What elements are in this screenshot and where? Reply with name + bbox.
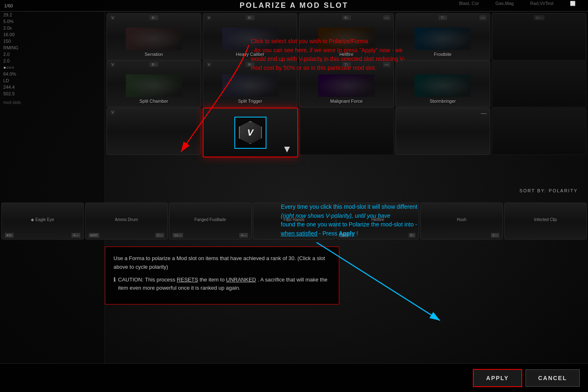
maximize-icon[interactable]: ⬜	[570, 1, 576, 6]
caution-text2: the item to	[199, 277, 226, 283]
riven-val2: 2.0	[3, 58, 9, 63]
serration-label: Serration	[143, 52, 165, 57]
mod-card-split-chamber[interactable]: V 8↑ Split Chamber	[106, 60, 201, 107]
infected-clip-img: Infected Clip	[534, 203, 557, 236]
blue-line1: Every time you click this mod-slot it wi…	[281, 203, 507, 212]
stats-bar: 1/60 POLARIZE A MOD SLOT Blast, Cor Gas,…	[0, 0, 588, 12]
stat-row-rming: RMING	[0, 44, 104, 51]
caution-label: CAUTION:	[118, 277, 144, 283]
rank-frostbite: —	[479, 15, 486, 20]
crit-val: 5.0%	[3, 19, 14, 24]
apply-button[interactable]: APPLY	[473, 369, 522, 387]
accuracy-val: 64.0%	[3, 71, 16, 76]
ld-label: LD	[3, 78, 9, 83]
mod-card-fanged[interactable]: 11— 4— Fanged Fusillade	[169, 203, 252, 240]
stat-row-fire: 16.00	[0, 31, 104, 38]
mod-card-minus[interactable]: —	[396, 108, 490, 155]
damage-val: 29.2	[3, 12, 12, 17]
info-box: Use a Forma to polarize a Mod slot on it…	[105, 247, 339, 304]
eagle-eye-cost: 4—	[72, 233, 80, 238]
fire-val: 16.00	[3, 32, 15, 37]
polarity-empty-v: V	[110, 110, 115, 115]
stat-row-riven2: 2.0	[0, 58, 104, 64]
stat-row-accuracy: 64.0%	[0, 71, 104, 77]
stat-row-mastery: 150	[0, 38, 104, 44]
info-icon: ℹ	[113, 276, 116, 284]
stat-row-riven1: 2.0	[0, 51, 104, 58]
blue-exclaim: !	[357, 230, 358, 237]
red-annotation-line1: Click to select slot you wish to Polariz…	[251, 37, 506, 46]
rank-stat: 1/60	[4, 3, 13, 8]
stat-row-mult: 2.0x	[0, 25, 104, 31]
stat-row-ld: LD	[0, 77, 104, 84]
rank-split-chamber: 8↑	[149, 62, 158, 67]
malignant-name: Malignant Force	[329, 99, 364, 104]
rming-label: RMING	[3, 45, 19, 50]
rank-empty-1: 6—	[534, 15, 544, 20]
sort-label: SORT BY: POLARITY	[519, 188, 578, 193]
polarity-split-chamber: V	[110, 62, 115, 67]
malignant-img	[318, 74, 375, 97]
split-chamber-name: Split Chamber	[138, 99, 170, 104]
col-header-3: Rad,VirTest	[530, 1, 553, 6]
caution-text: ℹ CAUTION: This process RESETS the item …	[113, 276, 331, 297]
page-title: POLARIZE A MOD SLOT	[240, 1, 349, 10]
ammo-drum-cost: 2—	[155, 233, 164, 238]
rank-hellfire: —	[383, 15, 390, 20]
left-stats-panel: 29.2 5.0% 2.0x 16.00 150 RMING 2.0 2.0 ●…	[0, 12, 105, 363]
when-satisfied-text: when satisfied	[281, 230, 317, 237]
mod-card-empty-r3[interactable]	[492, 108, 586, 155]
caution-text1: This process	[145, 277, 177, 283]
mastery-val: 150	[3, 39, 11, 44]
mod-card-empty-2[interactable]	[492, 60, 586, 107]
cursor-arrow	[284, 147, 290, 152]
minus-icon: —	[481, 110, 486, 116]
red-annotation: Click to select slot you wish to Polariz…	[251, 37, 506, 73]
apply-text: Apply	[339, 230, 355, 237]
polarity-split-trigger: V	[206, 62, 211, 67]
mod-card-eagle-eye[interactable]: ♦31 4— ◆ Eagle Eye	[1, 203, 84, 240]
selected-polarity-slot[interactable]: V	[203, 108, 298, 157]
stat-row-v2: 502.5	[0, 90, 104, 97]
info-text-main: Use a Forma to polarize a Mod slot on it…	[113, 254, 331, 272]
caution-unranked: UNRANKED	[226, 277, 256, 283]
split-chamber-img	[126, 74, 182, 97]
mod-card-empty-1[interactable]: 6—	[492, 13, 586, 60]
mod-card-ammo-drum[interactable]: ♦267 2— Ammo Drum	[85, 203, 168, 240]
red-annotation-line2: - As you can see here, if we were to pre…	[251, 46, 506, 55]
blue-line4: when satisfied - Press Apply !	[281, 229, 507, 238]
ammo-drum-rank: ♦267	[89, 233, 99, 238]
bottom-bar: APPLY CANCEL	[0, 363, 588, 392]
red-annotation-line3: would end up with V-polarity in this sel…	[251, 55, 506, 64]
caution-resets: RESETS	[177, 277, 198, 283]
stat-row-crit: 5.0%	[0, 18, 104, 25]
v2-val: 502.5	[3, 91, 15, 96]
fanged-cost: 4—	[239, 233, 248, 238]
mod-row-3: V V —	[105, 106, 588, 157]
riven-val1: 2.0	[3, 52, 9, 57]
rank-hellfire-num: 9↑	[342, 15, 351, 20]
ammo-drum-img-area: Ammo Drum	[113, 203, 139, 236]
mod-card-serration[interactable]: V 6↑ Serration	[106, 13, 201, 60]
blue-line2-end: , until you have	[352, 212, 390, 219]
mod-card-empty-v-left[interactable]: V	[106, 108, 201, 155]
split-trigger-img	[222, 74, 278, 97]
caution-paragraph: CAUTION: This process RESETS the item to…	[118, 276, 331, 293]
cancel-button[interactable]: CANCEL	[525, 369, 580, 387]
red-annotation-line4: mod cost by 50% or so in this particular…	[251, 64, 506, 73]
polarity-heavy-caliber: V	[206, 15, 211, 20]
col-header-1: Blast, Cor	[459, 1, 479, 6]
stormbringer-img	[414, 74, 471, 97]
col-header-2: Gas,Mag	[495, 1, 514, 6]
blue-line3: found the one you want to Polarize the m…	[281, 220, 507, 229]
fanged-img-area: Fanged Fusillade	[193, 203, 228, 236]
stormbringer-name: Stormbringer	[428, 99, 458, 104]
blue-annotation: Every time you click this mod-slot it wi…	[281, 203, 507, 238]
stat-row-v1: 244.4	[0, 84, 104, 90]
split-trigger-name: Split Trigger	[236, 99, 264, 104]
rank-serration: 6↑	[149, 15, 158, 20]
stat-row-bullets: ●○○○	[0, 64, 104, 71]
serration-img	[126, 28, 182, 50]
mod-card-infected-clip[interactable]: Infected Clip	[504, 203, 587, 240]
mod-card-empty-mid[interactable]	[300, 108, 394, 155]
